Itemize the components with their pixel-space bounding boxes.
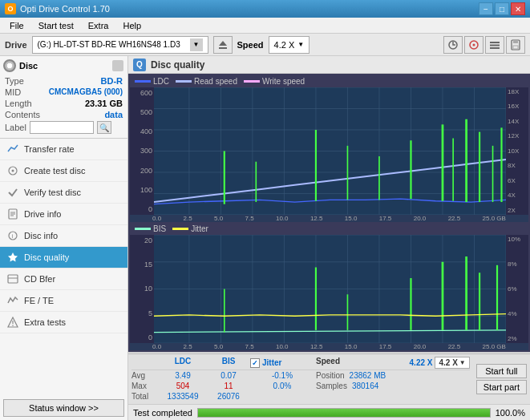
stats-col-empty — [131, 357, 157, 369]
drivebar: Drive (G:) HL-DT-ST BD-RE WH16NS48 1.D3 … — [0, 34, 530, 56]
chart1-inner: 600 500 400 300 200 100 0 — [130, 87, 528, 215]
read-speed-legend: Read speed — [176, 77, 237, 86]
chart2-y-right: 10% 8% 6% 4% 2% — [506, 235, 528, 343]
label-input[interactable] — [30, 121, 94, 134]
toolbar-btn-3[interactable] — [485, 36, 504, 54]
jitter-checkbox[interactable]: ✓ — [250, 358, 260, 368]
write-speed-legend: Write speed — [244, 77, 305, 86]
label-label: Label — [5, 123, 26, 132]
avg-ldc: 3.49 — [159, 371, 207, 380]
sidebar: Disc Type BD-R MID CMCMAGBA5 (000) Lengt… — [0, 56, 128, 420]
settings-icon — [489, 39, 500, 50]
svg-rect-9 — [513, 40, 518, 43]
speed-label: Speed — [237, 40, 264, 50]
start-full-button[interactable]: Start full — [476, 364, 527, 378]
disc-scan-icon — [468, 39, 479, 50]
close-button[interactable]: ✕ — [511, 2, 525, 15]
panel-icon: Q — [133, 59, 146, 71]
jitter-legend-color — [172, 228, 188, 230]
toolbar-btn-1[interactable] — [443, 36, 463, 54]
sidebar-item-cd-bfer[interactable]: CD Bfer — [0, 269, 127, 290]
svg-rect-1 — [219, 47, 227, 49]
svg-point-25 — [12, 325, 14, 326]
speed-stat-select-value: 4.2 X — [439, 358, 457, 367]
refresh-icon — [447, 39, 459, 50]
total-bis: 26076 — [208, 392, 249, 401]
sidebar-item-disc-quality[interactable]: Disc quality — [0, 247, 127, 269]
menu-help[interactable]: Help — [116, 19, 148, 32]
drive-dropdown-arrow[interactable]: ▼ — [190, 38, 203, 51]
speed-selector[interactable]: 4.2 X ▼ — [269, 36, 310, 54]
svg-marker-0 — [219, 41, 227, 46]
drive-label: Drive — [5, 40, 27, 50]
contents-value: data — [104, 110, 123, 119]
stats-col-jitter: Jitter — [262, 358, 281, 367]
read-speed-legend-color — [176, 80, 192, 83]
svg-rect-11 — [112, 60, 123, 71]
drive-info-icon — [6, 208, 19, 220]
right-panel: Q Disc quality LDC Read speed — [128, 56, 530, 420]
jitter-legend: Jitter — [172, 224, 208, 233]
ldc-legend: LDC — [135, 77, 169, 86]
label-action-button[interactable]: 🔍 — [97, 121, 111, 134]
chart2-legend: BIS Jitter — [130, 223, 528, 235]
eject-button[interactable] — [213, 36, 233, 54]
status-window-button[interactable]: Status window >> — [3, 399, 124, 417]
sidebar-item-transfer-rate[interactable]: Transfer rate — [0, 139, 127, 160]
progress-bar-fill — [198, 409, 490, 417]
sidebar-item-drive-info[interactable]: Drive info — [0, 204, 127, 225]
maximize-button[interactable]: □ — [495, 2, 509, 15]
charts-container: LDC Read speed Write speed 600 500 — [128, 74, 530, 352]
bis-legend: BIS — [135, 224, 166, 233]
svg-rect-6 — [490, 44, 500, 46]
bottom-statusbar: Test completed 100.0% — [128, 404, 530, 420]
chart2-y-left: 20 15 10 5 0 — [130, 235, 154, 343]
svg-marker-20 — [8, 252, 18, 262]
read-speed-legend-label: Read speed — [194, 77, 237, 86]
stats-table-area: LDC BIS ✓ Jitter Speed 4.22 X 4.2 X ▼ — [128, 354, 473, 403]
position-value: 23862 MB — [350, 371, 386, 380]
menu-file[interactable]: File — [3, 19, 30, 32]
create-test-disc-icon — [6, 164, 19, 177]
sidebar-item-fe-te[interactable]: FE / TE — [0, 290, 127, 312]
sidebar-item-verify-test-disc[interactable]: Verify test disc — [0, 182, 127, 204]
panel-header: Q Disc quality — [128, 56, 530, 74]
toolbar-btn-4[interactable] — [506, 36, 525, 54]
eject-icon — [217, 39, 229, 50]
minimize-button[interactable]: − — [479, 2, 493, 15]
chart-bis: BIS Jitter 20 15 10 5 0 — [130, 223, 528, 350]
toolbar-btn-2[interactable] — [464, 36, 483, 54]
chart2-plot — [154, 235, 506, 343]
length-value: 23.31 GB — [85, 99, 123, 108]
chart1-legend: LDC Read speed Write speed — [130, 75, 528, 87]
contents-label: Contents — [5, 110, 40, 119]
sidebar-item-extra-tests[interactable]: Extra tests — [0, 312, 127, 333]
bis-legend-color — [135, 228, 151, 230]
chart1-svg — [154, 87, 506, 215]
menu-start-test[interactable]: Start test — [32, 19, 80, 32]
drive-selected-value: (G:) HL-DT-ST BD-RE WH16NS48 1.D3 — [38, 40, 188, 49]
sidebar-item-disc-info[interactable]: i Disc info — [0, 225, 127, 247]
panel-title: Disc quality — [151, 59, 204, 71]
max-label: Max — [131, 382, 157, 390]
chart1-plot — [154, 87, 506, 215]
mid-label: MID — [5, 87, 21, 97]
svg-rect-10 — [513, 46, 518, 49]
total-label: Total — [131, 392, 157, 401]
type-value: BD-R — [101, 76, 123, 86]
stats-col-ldc: LDC — [159, 357, 207, 369]
sidebar-item-create-test-disc[interactable]: Create test disc — [0, 160, 127, 182]
samples-value: 380164 — [352, 382, 378, 390]
speed-dropdown-arrow: ▼ — [297, 41, 304, 48]
jitter-legend-label: Jitter — [191, 224, 208, 233]
verify-test-disc-icon — [6, 186, 19, 199]
menu-extra[interactable]: Extra — [82, 19, 115, 32]
start-part-button[interactable]: Start part — [476, 380, 527, 394]
stats-col-bis: BIS — [208, 357, 249, 369]
speed-stat-select[interactable]: 4.2 X ▼ — [435, 357, 469, 369]
drive-selector[interactable]: (G:) HL-DT-ST BD-RE WH16NS48 1.D3 ▼ — [32, 36, 208, 54]
svg-point-13 — [12, 170, 14, 172]
position-label: Position — [316, 371, 345, 380]
speed-stat-value: 4.22 X — [410, 358, 433, 367]
chart2-x-axis: 0.0 2.5 5.0 7.5 10.0 12.5 15.0 17.5 20.0… — [130, 343, 528, 350]
